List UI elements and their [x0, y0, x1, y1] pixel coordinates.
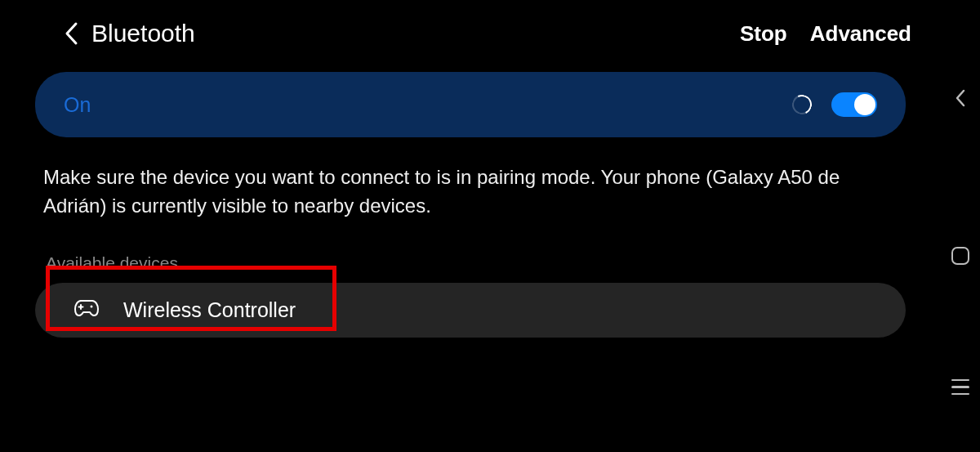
svg-point-0 — [91, 306, 93, 308]
toggle-state-label: On — [64, 93, 91, 117]
bluetooth-switch[interactable] — [831, 92, 877, 117]
stop-button[interactable]: Stop — [740, 21, 787, 47]
page-title: Bluetooth — [91, 20, 195, 47]
loading-spinner-icon — [790, 92, 815, 118]
nav-back-button[interactable] — [955, 88, 966, 111]
nav-recents-button[interactable] — [951, 247, 969, 265]
pairing-info-text: Make sure the device you want to connect… — [43, 163, 898, 221]
system-nav-bar — [941, 0, 980, 452]
app-header: Bluetooth Stop Advanced — [0, 0, 941, 62]
switch-knob — [854, 94, 875, 115]
bluetooth-toggle-card[interactable]: On — [35, 72, 906, 137]
advanced-button[interactable]: Advanced — [810, 21, 911, 47]
back-button[interactable] — [64, 21, 78, 49]
game-controller-icon — [74, 299, 99, 320]
device-row[interactable]: Wireless Controller — [35, 283, 906, 338]
available-devices-header: Available devices — [46, 253, 941, 273]
nav-menu-button[interactable] — [951, 379, 969, 396]
device-name-label: Wireless Controller — [123, 298, 296, 322]
